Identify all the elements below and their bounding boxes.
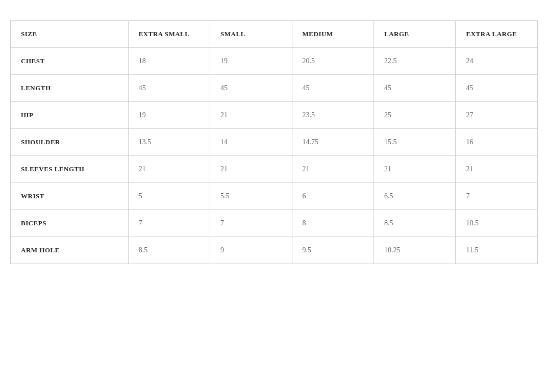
measurement-value: 24 — [456, 48, 538, 75]
measurement-value: 21 — [292, 156, 373, 183]
measurement-value: 10.25 — [374, 237, 456, 264]
measurement-value: 19 — [128, 102, 210, 129]
table-row: SHOULDER13.51414.7515.516 — [11, 129, 538, 156]
col-header-xs: EXTRA SMALL — [128, 21, 210, 48]
size-table: SIZE EXTRA SMALL SMALL MEDIUM LARGE EXTR… — [10, 20, 538, 264]
measurement-value: 21 — [128, 156, 210, 183]
measurement-value: 19 — [210, 48, 292, 75]
measurement-value: 21 — [210, 156, 292, 183]
table-row: SLEEVES LENGTH2121212121 — [11, 156, 538, 183]
table-row: HIP192123.52527 — [11, 102, 538, 129]
measurement-label: CHEST — [11, 48, 129, 75]
measurement-label: ARM HOLE — [11, 237, 129, 264]
measurement-label: SLEEVES LENGTH — [11, 156, 129, 183]
measurement-value: 45 — [456, 75, 538, 102]
measurement-label: LENGTH — [11, 75, 129, 102]
measurement-value: 23.5 — [292, 102, 373, 129]
measurement-value: 7 — [456, 183, 538, 210]
table-row: LENGTH4545454545 — [11, 75, 538, 102]
measurement-value: 11.5 — [456, 237, 538, 264]
measurement-value: 16 — [456, 129, 538, 156]
measurement-value: 5 — [128, 183, 210, 210]
measurement-label: SHOULDER — [11, 129, 129, 156]
measurement-value: 14 — [210, 129, 292, 156]
measurement-value: 8 — [292, 210, 373, 237]
measurement-value: 45 — [210, 75, 292, 102]
measurement-value: 22.5 — [374, 48, 456, 75]
measurement-value: 45 — [292, 75, 373, 102]
measurement-value: 8.5 — [128, 237, 210, 264]
measurement-value: 14.75 — [292, 129, 373, 156]
measurement-value: 6 — [292, 183, 373, 210]
page-container: SIZE EXTRA SMALL SMALL MEDIUM LARGE EXTR… — [10, 10, 538, 264]
col-header-s: SMALL — [210, 21, 292, 48]
measurement-value: 13.5 — [128, 129, 210, 156]
measurement-value: 7 — [128, 210, 210, 237]
col-header-size: SIZE — [11, 21, 129, 48]
measurement-value: 21 — [374, 156, 456, 183]
measurement-label: WRIST — [11, 183, 129, 210]
measurement-value: 7 — [210, 210, 292, 237]
measurement-value: 10.5 — [456, 210, 538, 237]
measurement-value: 45 — [374, 75, 456, 102]
table-header-row: SIZE EXTRA SMALL SMALL MEDIUM LARGE EXTR… — [11, 21, 538, 48]
table-row: BICEPS7788.510.5 — [11, 210, 538, 237]
measurement-value: 6.5 — [374, 183, 456, 210]
measurement-label: HIP — [11, 102, 129, 129]
measurement-value: 15.5 — [374, 129, 456, 156]
col-header-m: MEDIUM — [292, 21, 373, 48]
table-row: ARM HOLE8.599.510.2511.5 — [11, 237, 538, 264]
measurement-value: 21 — [210, 102, 292, 129]
measurement-value: 9.5 — [292, 237, 373, 264]
measurement-value: 25 — [374, 102, 456, 129]
measurement-value: 5.5 — [210, 183, 292, 210]
measurement-value: 45 — [128, 75, 210, 102]
measurement-value: 8.5 — [374, 210, 456, 237]
col-header-xl: EXTRA LARGE — [456, 21, 538, 48]
measurement-label: BICEPS — [11, 210, 129, 237]
table-row: CHEST181920.522.524 — [11, 48, 538, 75]
measurement-value: 21 — [456, 156, 538, 183]
col-header-l: LARGE — [374, 21, 456, 48]
table-row: WRIST55.566.57 — [11, 183, 538, 210]
measurement-value: 20.5 — [292, 48, 373, 75]
measurement-value: 9 — [210, 237, 292, 264]
measurement-value: 27 — [456, 102, 538, 129]
measurement-value: 18 — [128, 48, 210, 75]
